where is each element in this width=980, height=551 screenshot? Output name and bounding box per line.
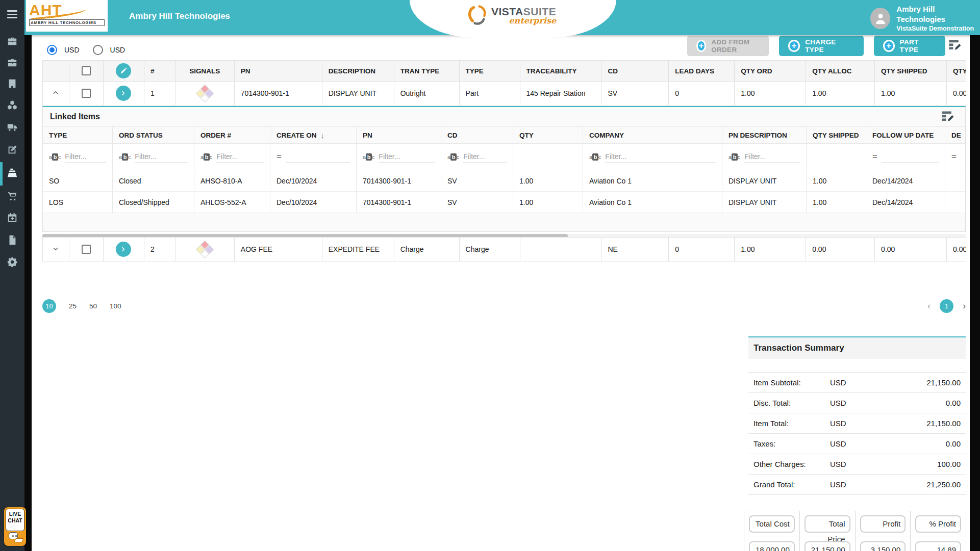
equals-filter-icon[interactable]: = [951, 152, 957, 162]
signals-icon[interactable] [175, 238, 235, 261]
linked-col-cd[interactable]: CD [441, 126, 513, 144]
briefcase-alt-icon[interactable] [7, 57, 18, 68]
profit-header-pct-profit: % Profit [915, 515, 961, 533]
plus-icon: + [883, 40, 895, 52]
filter-ord-status-input[interactable] [135, 151, 188, 163]
linked-col-de[interactable]: DE [945, 126, 966, 144]
text-filter-icon[interactable]: abc [119, 154, 131, 160]
text-filter-icon[interactable]: abc [728, 154, 740, 160]
add-from-order-button[interactable]: + ADD FROM ORDER [687, 36, 769, 56]
page-size-10[interactable]: 10 [42, 299, 56, 313]
shopping-cart-icon[interactable] [7, 190, 18, 201]
col-header-cd[interactable]: CD [601, 60, 669, 82]
col-header-qty-shipped[interactable]: QTY SHIPPED [875, 60, 947, 82]
linked-col-create-on[interactable]: CREATE ON↓ [270, 126, 357, 144]
linked-col-pn-description[interactable]: PN DESCRIPTION [722, 126, 807, 144]
text-filter-icon[interactable]: abc [49, 154, 61, 160]
linked-col-ord-status[interactable]: ORD STATUS [113, 126, 194, 144]
text-filter-icon[interactable]: abc [447, 154, 459, 160]
next-page-icon[interactable]: › [963, 301, 966, 311]
part-type-button[interactable]: + PART TYPE [874, 36, 945, 56]
briefcase-icon[interactable] [7, 36, 18, 47]
signals-icon[interactable] [175, 82, 235, 106]
linked-item-row-2[interactable]: LOS Closed/Shipped AHLOS-552-A Dec/10/20… [43, 192, 966, 213]
profit-value-profit: 3,150.00 [860, 541, 906, 551]
live-chat-button[interactable]: LIVE CHAT [4, 507, 26, 546]
col-header-signals[interactable]: SIGNALS [175, 60, 235, 82]
cell-type: LOS [43, 192, 113, 213]
profit-values-row: 18,000.00 21,150.00 3,150.00 14.89 [744, 537, 966, 551]
col-header-type[interactable]: TYPE [460, 60, 520, 82]
page-size-100[interactable]: 100 [110, 302, 121, 310]
column-chooser-icon[interactable] [948, 39, 963, 52]
user-org: Ambry Hill Technologies [896, 4, 980, 24]
collapse-row-icon[interactable] [52, 89, 59, 98]
hamburger-menu-icon[interactable] [7, 10, 17, 20]
filter-cd-input[interactable] [463, 151, 507, 163]
prev-page-icon[interactable]: ‹ [927, 301, 931, 311]
currency-radio-label-1: USD [64, 46, 80, 54]
open-item-button[interactable] [116, 242, 131, 257]
cash-register-icon[interactable] [7, 167, 18, 178]
linked-column-chooser-icon[interactable] [941, 110, 956, 123]
charge-type-button[interactable]: + CHARGE TYPE [779, 36, 864, 56]
profit-header-total-cost: Total Cost [749, 515, 795, 533]
col-header-tran-type[interactable]: TRAN TYPE [394, 60, 460, 82]
cubes-icon[interactable] [7, 99, 18, 111]
text-filter-icon[interactable]: abc [363, 154, 374, 160]
current-page[interactable]: 1 [940, 299, 953, 313]
expand-row-icon[interactable] [52, 245, 59, 254]
text-filter-icon[interactable]: abc [589, 154, 601, 160]
company-logo[interactable]: AHT AMBRY HILL TECHNOLOGIES [26, 0, 108, 32]
col-header-lead-days[interactable]: LEAD DAYS [669, 60, 735, 82]
filter-follow-up-date-input[interactable] [882, 151, 939, 163]
profit-header-total-price: Total Price [805, 515, 850, 533]
calendar-plus-icon[interactable] [7, 212, 18, 223]
text-filter-icon[interactable]: abc [200, 154, 212, 160]
avatar[interactable] [870, 8, 890, 29]
row-checkbox[interactable] [82, 89, 91, 98]
col-header-traceability[interactable]: TRACEABILITY [520, 60, 602, 82]
currency-radio-unselected[interactable] [93, 45, 103, 55]
filter-order-num-input[interactable] [216, 151, 264, 163]
filter-type-input[interactable] [65, 151, 106, 163]
currency-radio-selected[interactable] [47, 45, 57, 55]
building-icon[interactable] [7, 78, 18, 89]
filter-pn-input[interactable] [379, 151, 435, 163]
linked-col-order-num[interactable]: ORDER # [194, 126, 270, 144]
equals-filter-icon[interactable]: = [872, 152, 877, 162]
linked-col-qty[interactable]: QTY [513, 126, 583, 144]
col-header-num[interactable]: # [144, 60, 175, 82]
page-size-25[interactable]: 25 [69, 302, 77, 310]
summary-row-taxes: Taxes: USD 0.00 [748, 434, 966, 454]
linked-col-qty-shipped[interactable]: QTY SHIPPED [807, 126, 866, 144]
filter-pn-description-input[interactable] [744, 151, 800, 163]
linked-col-company[interactable]: COMPANY [583, 126, 722, 144]
page-size-50[interactable]: 50 [89, 302, 97, 310]
col-header-pn[interactable]: PN [235, 60, 322, 82]
cell-qty-shipped: 1.00 [807, 192, 866, 213]
col-header-description[interactable]: DESCRIPTION [322, 60, 394, 82]
user-menu[interactable]: Ambry Hill Technologies VistaSuite Demon… [870, 4, 980, 33]
col-header-qty-picked[interactable]: QTY PICKED [947, 60, 966, 82]
equals-filter-icon[interactable]: = [277, 152, 282, 162]
linked-col-follow-up-date[interactable]: FOLLOW UP DATE [866, 126, 945, 144]
filter-create-on-input[interactable] [286, 151, 350, 163]
truck-icon[interactable] [7, 121, 18, 133]
filter-company-input[interactable] [605, 151, 716, 163]
linked-col-type[interactable]: TYPE [43, 126, 113, 144]
open-item-button[interactable] [116, 86, 131, 101]
select-all-checkbox[interactable] [82, 66, 91, 75]
edit-note-icon[interactable] [7, 144, 18, 155]
linked-item-row-1[interactable]: SO Closed AHSO-810-A Dec/10/2024 7014300… [43, 170, 966, 192]
gear-icon[interactable] [7, 256, 18, 268]
edit-items-button[interactable] [116, 63, 131, 78]
add-from-order-label: ADD FROM ORDER [711, 38, 760, 54]
document-icon[interactable] [7, 234, 18, 246]
row-checkbox[interactable] [82, 245, 91, 254]
linked-col-pn[interactable]: PN [357, 126, 441, 144]
col-header-qty-ord[interactable]: QTY ORD [735, 60, 806, 82]
currency-radio-group: USD USD [47, 45, 131, 55]
profit-table: Total Cost Total Price Profit % Profit 1… [744, 511, 966, 551]
col-header-qty-alloc[interactable]: QTY ALLOC [806, 60, 875, 82]
